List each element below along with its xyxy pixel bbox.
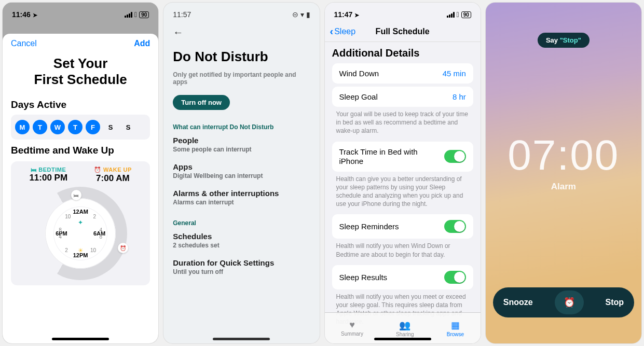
bedtime-header: 🛏 BEDTIME xyxy=(29,167,67,173)
sleep-clock-dial[interactable]: 12AM 6AM 12PM 6PM 10 2 4 8 8 4 2 10 🛏 ⏰ … xyxy=(34,187,127,280)
page-title: Do Not Disturb xyxy=(173,49,310,65)
setting-people[interactable]: People Some people can interrupt xyxy=(173,136,310,153)
bedtime-wakeup-label: Bedtime and Wake Up xyxy=(11,145,150,156)
home-indicator[interactable] xyxy=(213,338,270,340)
back-button[interactable]: ‹Sleep xyxy=(330,25,356,37)
status-icons: 􀙇 90 xyxy=(447,10,471,19)
turn-off-button[interactable]: Turn off now xyxy=(173,95,230,110)
dnd-icon: ⊝ xyxy=(292,10,298,19)
setting-duration[interactable]: Duration for Quick Settings Until you tu… xyxy=(173,258,310,275)
alarm-label: Alarm xyxy=(551,182,576,192)
status-time: 11:47 ➤ xyxy=(334,10,360,19)
sleep-reminders-row: Sleep Reminders xyxy=(332,214,473,239)
status-bar: 11:47 ➤ 􀙇 90 xyxy=(325,3,481,23)
location-icon: ➤ xyxy=(33,12,37,18)
day-monday[interactable]: M xyxy=(15,120,30,134)
wifi-icon: ▾ xyxy=(300,10,304,19)
status-time: 11:57 xyxy=(173,10,191,19)
setting-apps[interactable]: Apps Digital Wellbeing can interrupt xyxy=(173,162,310,179)
day-friday[interactable]: F xyxy=(86,120,100,134)
ios-sleep-schedule-screen: 11:46 ➤ 􀙇 90 Cancel Add Set YourFirst Sc… xyxy=(3,3,158,343)
wakeup-handle[interactable]: ⏰ xyxy=(118,243,128,253)
add-button[interactable]: Add xyxy=(134,39,150,48)
sleep-goal-value: 8 hr xyxy=(453,92,466,101)
status-icons: 􀙇 90 xyxy=(125,10,149,19)
sleep-results-switch[interactable] xyxy=(444,271,466,284)
wifi-icon: 􀙇 xyxy=(457,10,459,19)
alarm-time: 07:00 xyxy=(508,131,619,179)
ios-full-schedule-screen: 11:47 ➤ 􀙇 90 ‹Sleep Full Schedule Additi… xyxy=(325,3,481,343)
group-general-label: General xyxy=(173,219,310,227)
days-active-label: Days Active xyxy=(11,99,150,110)
android-dnd-screen: 11:57 ⊝ ▾ ▮ ← Do Not Disturb Only get no… xyxy=(163,3,319,343)
alarm-controls: Snooze ⏰ Stop xyxy=(493,287,634,317)
wifi-icon: 􀙇 xyxy=(134,10,137,19)
day-saturday[interactable]: S xyxy=(103,120,118,134)
cancel-button[interactable]: Cancel xyxy=(11,39,37,48)
stop-button[interactable]: Stop xyxy=(605,298,624,307)
alarm-slider-handle[interactable]: ⏰ xyxy=(555,290,584,314)
tab-summary[interactable]: ♥Summary xyxy=(341,320,363,337)
wind-down-row[interactable]: Wind Down 45 min xyxy=(332,63,473,84)
nav-title: Full Schedule xyxy=(376,27,430,36)
group-interrupt-label: What can interrupt Do Not Disturb xyxy=(173,123,310,131)
snooze-button[interactable]: Snooze xyxy=(503,298,533,307)
wakeup-value: 7:00 AM xyxy=(94,173,132,184)
setting-schedules[interactable]: Schedules 2 schedules set xyxy=(173,232,310,249)
track-time-note: Health can give you a better understandi… xyxy=(332,175,473,215)
voice-hint: Say "Stop" xyxy=(538,33,590,48)
sleep-goal-note: Your goal will be used to keep track of … xyxy=(332,110,473,142)
tab-sharing[interactable]: 👥Sharing xyxy=(396,320,414,337)
days-row: M T W T F S S xyxy=(11,115,150,140)
home-indicator[interactable] xyxy=(52,338,109,340)
page-title: Set YourFirst Schedule xyxy=(11,56,150,88)
sleep-reminders-switch[interactable] xyxy=(444,220,466,233)
battery-icon: ▮ xyxy=(306,10,310,19)
cellular-icon xyxy=(125,12,132,18)
track-time-switch[interactable] xyxy=(444,150,466,163)
schedule-sheet: Cancel Add Set YourFirst Schedule Days A… xyxy=(3,34,158,343)
heart-icon: ♥ xyxy=(341,320,363,330)
grid-icon: ▦ xyxy=(447,320,464,331)
bedtime-value: 11:00 PM xyxy=(29,173,67,183)
stars-icon: ✦ xyxy=(78,219,83,226)
setting-alarms[interactable]: Alarms & other interruptions Alarms can … xyxy=(173,189,310,206)
day-tuesday[interactable]: T xyxy=(33,120,47,134)
status-bar: 11:57 ⊝ ▾ ▮ xyxy=(163,3,319,23)
day-thursday[interactable]: T xyxy=(68,120,83,134)
battery-icon: 90 xyxy=(139,11,149,18)
android-alarm-screen: Say "Stop" 07:00 Alarm Snooze ⏰ Stop xyxy=(486,3,641,343)
sleep-goal-row[interactable]: Sleep Goal 8 hr xyxy=(332,87,473,107)
battery-icon: 90 xyxy=(461,11,471,18)
clock-12am: 12AM xyxy=(73,209,88,215)
location-icon: ➤ xyxy=(354,12,359,18)
sun-icon: ☀ xyxy=(78,247,84,254)
sleep-results-row: Sleep Results xyxy=(332,265,473,289)
home-indicator[interactable] xyxy=(374,338,431,340)
day-wednesday[interactable]: W xyxy=(50,120,65,134)
sleep-reminders-note: Health will notify you when Wind Down or… xyxy=(332,242,473,265)
wind-down-value: 45 min xyxy=(443,69,466,78)
clock-icon: ⏰ xyxy=(564,297,575,308)
people-icon: 👥 xyxy=(396,320,414,331)
clock-card: 🛏 BEDTIME 11:00 PM ⏰ WAKE UP 7:00 AM 12A… xyxy=(11,161,150,285)
page-subtitle: Only get notified by important people an… xyxy=(173,71,310,86)
status-bar: 11:46 ➤ 􀙇 90 xyxy=(3,3,158,23)
chevron-left-icon: ‹ xyxy=(330,25,334,37)
cellular-icon xyxy=(447,12,455,18)
status-icons: ⊝ ▾ ▮ xyxy=(292,10,310,19)
section-header: Additional Details xyxy=(332,47,473,59)
nav-bar: ‹Sleep Full Schedule xyxy=(325,23,481,42)
back-button[interactable]: ← xyxy=(163,23,319,46)
status-time: 11:46 ➤ xyxy=(12,10,37,19)
wakeup-header: ⏰ WAKE UP xyxy=(94,167,132,173)
track-time-row: Track Time in Bed with iPhone xyxy=(332,142,473,172)
tab-browse[interactable]: ▦Browse xyxy=(447,320,464,337)
day-sunday[interactable]: S xyxy=(121,120,135,134)
